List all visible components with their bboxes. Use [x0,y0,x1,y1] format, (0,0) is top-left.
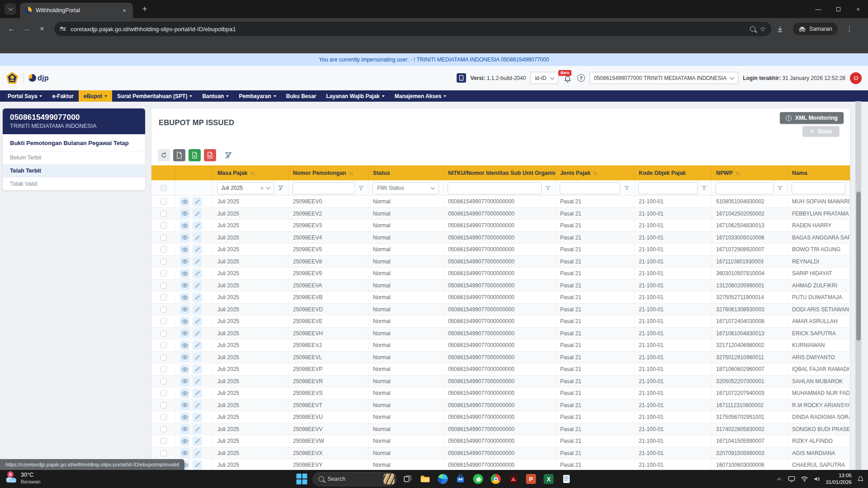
masa-pajak-filter[interactable]: Juli 2025 × [217,182,274,194]
help-icon[interactable]: ? [577,74,585,82]
view-button[interactable] [180,436,189,446]
nav-item-portal-saya[interactable]: Portal Saya [3,90,47,102]
zoom-icon[interactable] [750,26,755,32]
filter-icon[interactable] [701,185,707,191]
back-button[interactable]: ← [5,22,18,36]
taskbar-search[interactable]: Search [313,472,397,486]
sidebar-item-belum-terbit[interactable]: Belum Terbit [3,151,145,164]
view-button[interactable] [180,424,189,434]
edit-button[interactable] [193,257,202,266]
row-checkbox[interactable] [160,366,167,372]
view-button[interactable] [180,233,189,242]
wifi-icon[interactable] [800,475,808,483]
site-info-icon[interactable] [60,28,66,30]
page-scrollbar[interactable] [855,101,861,470]
edit-button[interactable] [193,400,202,410]
refresh-button[interactable] [158,149,170,161]
view-button[interactable] [180,352,189,362]
minimize-button[interactable]: — [808,0,828,18]
nav-item-ebupot[interactable]: eBupot [79,90,112,102]
edit-button[interactable] [193,424,202,434]
mobile-app-icon[interactable] [457,73,466,83]
sort-icon[interactable]: ↑↓ [349,170,353,176]
view-button[interactable] [180,293,189,302]
view-button[interactable] [180,245,189,254]
row-checkbox[interactable] [160,414,167,420]
column-header-nomor[interactable]: Nomor Pemotongan↑↓ [288,165,368,180]
address-bar[interactable]: coretaxdjp.pajak.go.id/withholding-slips… [54,22,771,36]
row-checkbox[interactable] [160,438,167,444]
display-icon[interactable] [788,475,796,483]
row-checkbox[interactable] [160,198,167,205]
nav-item-manajemen-akses[interactable]: Manajemen Akses [390,90,452,102]
edit-button[interactable] [193,197,202,206]
new-tab-button[interactable]: + [138,3,151,15]
view-button[interactable] [180,365,189,374]
row-checkbox[interactable] [160,306,167,313]
edit-button[interactable] [193,209,202,218]
edit-button[interactable] [193,413,202,422]
batal-button[interactable]: × Batal [802,126,840,137]
incognito-profile-chip[interactable]: Samaran [793,23,838,35]
edit-button[interactable] [193,317,202,326]
row-checkbox[interactable] [160,222,167,229]
filter-icon[interactable] [358,185,364,191]
edit-button[interactable] [193,269,202,278]
account-select[interactable]: 0508615499077000 TRINITI MEDIATAMA INDON… [590,72,738,84]
excel-icon[interactable]: X [542,472,556,486]
nav-item-pembayaran[interactable]: Pembayaran [234,90,281,102]
forward-button[interactable]: → [20,22,33,36]
downloads-icon[interactable] [773,22,787,36]
volume-icon[interactable] [813,475,821,483]
npwp-filter-input[interactable] [716,182,774,194]
row-checkbox[interactable] [160,426,167,432]
filter-icon[interactable] [545,185,551,191]
notifications-bell[interactable]: Baru [563,73,573,83]
filter-icon[interactable] [624,185,630,191]
export-excel-button[interactable] [189,149,201,161]
view-button[interactable] [180,221,189,230]
browser-menu-icon[interactable]: ⋮ [844,25,855,33]
nav-item-e-faktur[interactable]: e-Faktur [47,90,78,102]
view-button[interactable] [180,197,189,206]
chrome-icon[interactable] [489,472,503,486]
edit-button[interactable] [193,352,202,362]
status-filter-select[interactable]: Pilih Status [373,182,439,194]
view-button[interactable] [180,269,189,278]
edit-button[interactable] [193,305,202,314]
column-header-npwp[interactable]: NPWP↑↓ [712,165,788,180]
row-checkbox[interactable] [160,318,167,324]
view-button[interactable] [180,209,189,218]
view-button[interactable] [180,389,189,398]
nav-item-layanan-wajib-pajak[interactable]: Layanan Wajib Pajak [321,90,390,102]
task-view-icon[interactable] [401,472,415,486]
edit-button[interactable] [193,293,202,302]
row-checkbox[interactable] [160,282,167,289]
tab-search-button[interactable] [5,3,16,15]
xml-monitoring-button[interactable]: i XML Monitoring [780,112,844,124]
row-checkbox[interactable] [160,402,167,408]
hidden-icons-chevron[interactable] [775,475,783,483]
scrollbar-thumb[interactable] [856,192,861,341]
view-button[interactable] [180,400,189,410]
row-checkbox[interactable] [160,378,167,385]
sort-icon[interactable]: ↑↓ [250,170,254,176]
jenis-filter-input[interactable] [560,182,620,194]
sidebar-item-tidak-valid[interactable]: Tidak Valid [3,178,145,190]
kode-filter-input[interactable] [638,182,698,194]
filter-icon[interactable] [777,185,783,191]
row-checkbox[interactable] [160,390,167,396]
nav-item-surat-pemberitahuan-spt[interactable]: Surat Pemberitahuan (SPT) [112,90,197,102]
row-checkbox[interactable] [160,330,167,337]
nav-item-buku-besar[interactable]: Buku Besar [281,90,321,102]
row-checkbox[interactable] [160,270,167,277]
column-header-kode[interactable]: Kode Objek Pajak [634,165,712,180]
export-csv-button[interactable] [173,149,185,161]
row-checkbox[interactable] [160,294,167,300]
view-button[interactable] [180,281,189,290]
edit-button[interactable] [193,281,202,290]
edit-button[interactable] [193,436,202,446]
filter-slash-icon[interactable] [278,185,284,191]
view-button[interactable] [180,376,189,386]
browser-tab[interactable]: WithholdingPortal × [20,3,133,18]
